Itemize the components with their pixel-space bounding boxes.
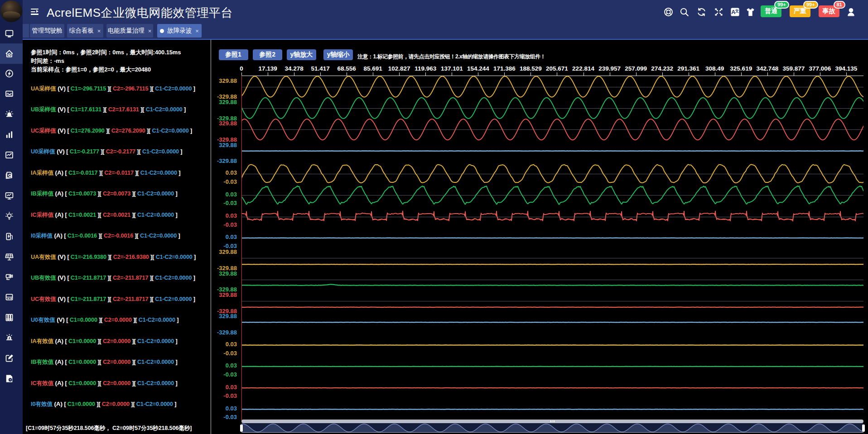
channel-row-IB采样值: IB采样值 (A) [ C1=0.0073 ][ C2=0.0073 ][ C1… <box>31 190 178 198</box>
user-icon[interactable] <box>845 6 857 18</box>
sidebar-item-monitor-chart[interactable] <box>0 186 23 206</box>
tab-clipped[interactable] <box>23 24 29 38</box>
channel-c1: C1=-0.0016 <box>68 233 97 239</box>
sidebar-item-map-search[interactable] <box>0 165 23 186</box>
channel-unit: (V) <box>56 253 68 260</box>
bracket-text: ][ <box>130 338 137 344</box>
reference-cursor-line[interactable] <box>241 76 242 420</box>
tab-close-icon[interactable]: × <box>97 28 101 34</box>
avatar[interactable] <box>0 0 22 22</box>
bracket-text: ][ <box>132 317 139 323</box>
waveform-canvas[interactable] <box>241 72 863 430</box>
chart-button-y轴放大[interactable]: y轴放大 <box>287 49 316 60</box>
x-tick-label: 257.099 <box>625 65 647 72</box>
tab-电能质量治理[interactable]: 电能质量治理× <box>106 24 153 38</box>
datazoom-right-handle[interactable] <box>862 424 865 432</box>
bracket-text: [ <box>67 106 70 113</box>
refresh-icon[interactable] <box>695 6 707 18</box>
menu-fold-icon[interactable] <box>31 9 39 15</box>
channel-unit: (A) <box>53 401 64 407</box>
sidebar-item-doc-gear[interactable] <box>0 368 23 389</box>
channel-diff: C1-C2=0.0000 <box>140 170 177 176</box>
alarm-button-1[interactable]: 严重99+ <box>790 5 810 17</box>
channel-c2: C2=-211.8717 <box>113 275 148 281</box>
translate-icon[interactable]: A文 <box>729 6 741 18</box>
bracket-text: ][ <box>133 233 140 239</box>
channel-name: IC有效值 <box>31 380 53 386</box>
alarm-button-label: 严重 <box>794 7 806 15</box>
tab-close-icon[interactable]: × <box>195 28 199 34</box>
bracket-text: ] <box>192 86 195 92</box>
datazoom-grip-icon <box>550 420 556 422</box>
tab-故障录波[interactable]: 故障录波× <box>157 24 202 38</box>
alarm-button-2[interactable]: 事故81 <box>819 5 839 17</box>
channel-diff: C1-C2=0.0000 <box>155 275 192 281</box>
fullscreen-icon[interactable] <box>713 6 724 18</box>
sidebar-item-solar-panel[interactable] <box>0 247 23 267</box>
channel-c2: C2=-0.0016 <box>104 233 133 239</box>
tab-close-icon[interactable]: × <box>148 28 152 34</box>
channel-c1: C1=-0.2177 <box>70 148 99 155</box>
y-min-label: -0.03 <box>210 349 237 356</box>
sidebar-item-home[interactable] <box>0 43 23 64</box>
channel-unit: (A) <box>53 338 65 344</box>
channel-c2: C2=-211.8717 <box>113 296 148 302</box>
sidebar-item-screen[interactable] <box>0 23 23 43</box>
sidebar-item-wave-monitor[interactable] <box>0 84 23 104</box>
bracket-text: ][ <box>130 401 136 407</box>
tab-管理驾驶舱[interactable]: 管理驾驶舱 <box>30 24 64 38</box>
support-ring-icon[interactable] <box>662 6 674 18</box>
sidebar-item-archive[interactable] <box>0 307 23 328</box>
bracket-text: [ <box>67 275 70 281</box>
bracket-text: [ <box>65 338 68 344</box>
sidebar-item-charger[interactable] <box>0 226 23 247</box>
chart-button-参照1[interactable]: 参照1 <box>219 49 248 60</box>
sidebar-item-line-chart[interactable] <box>0 145 23 165</box>
alarm-bolt-icon <box>5 333 14 343</box>
x-tick-label: 188.529 <box>520 65 542 72</box>
bracket-text: ][ <box>96 380 103 386</box>
theme-icon[interactable] <box>744 6 756 18</box>
channel-diff: C1-C2=0.0000 <box>139 317 175 323</box>
channel-c2: C2=-0.0117 <box>104 170 133 176</box>
tab-综合看板[interactable]: 综合看板× <box>67 24 103 38</box>
sidebar-item-cctv[interactable] <box>0 267 23 287</box>
search-icon[interactable] <box>678 6 690 18</box>
cctv-icon <box>5 272 14 281</box>
channel-name: I0有效值 <box>31 401 53 407</box>
bracket-text: ][ <box>95 401 102 407</box>
x-tick-label: 377.006 <box>809 65 831 72</box>
x-tick-label: 394.135 <box>835 65 858 72</box>
channel-c2: C2=-296.7115 <box>113 86 148 92</box>
datazoom-move-handle[interactable] <box>241 420 863 423</box>
y-max-label: 0.03 <box>210 340 237 347</box>
sidebar-item-edit[interactable] <box>0 348 23 368</box>
bracket-text: [ <box>65 170 68 176</box>
bracket-text: ][ <box>97 317 104 323</box>
channel-c2: C2=0.0000 <box>103 380 130 386</box>
chart-button-参照2[interactable]: 参照2 <box>253 49 282 60</box>
server-icon <box>5 292 14 302</box>
alarm-button-0[interactable]: 普通99+ <box>761 5 781 17</box>
sidebar-item-power-circle[interactable] <box>0 63 23 84</box>
sidebar-item-alarm-bolt[interactable] <box>0 328 23 348</box>
x-tick-label: 0 <box>240 65 243 72</box>
channel-row-UA有效值: UA有效值 (V) [ C1=-216.9380 ][ C2=-216.9380… <box>31 253 196 261</box>
channel-row-UB采样值: UB采样值 (V) [ C1=17.6131 ][ C2=17.6131 ][ … <box>31 106 186 114</box>
datazoom-left-handle[interactable] <box>240 424 243 432</box>
y-max-label: 329.88 <box>210 248 237 255</box>
channel-row-I0采样值: I0采样值 (A) [ C1=-0.0016 ][ C2=-0.0016 ][ … <box>31 232 180 240</box>
bracket-text: ][ <box>148 275 155 281</box>
sidebar-item-bulb[interactable] <box>0 206 23 226</box>
cursor-timestamps: [C1=09时57分35秒218.506毫秒， C2=09时57分35秒218.… <box>26 424 192 432</box>
sidebar-item-alarm-beacon[interactable] <box>0 104 23 124</box>
bracket-text: ][ <box>105 128 111 134</box>
channel-name: UC有效值 <box>31 296 56 302</box>
channel-unit: (A) <box>53 358 65 365</box>
bracket-text: ] <box>177 233 180 239</box>
chart-button-y轴缩小[interactable]: y轴缩小 <box>323 49 353 60</box>
channel-c1: C1=-0.0117 <box>68 170 97 176</box>
bracket-text: [ <box>66 148 69 155</box>
sidebar-item-server[interactable] <box>0 287 23 307</box>
sidebar-item-bar-chart[interactable] <box>0 124 23 145</box>
